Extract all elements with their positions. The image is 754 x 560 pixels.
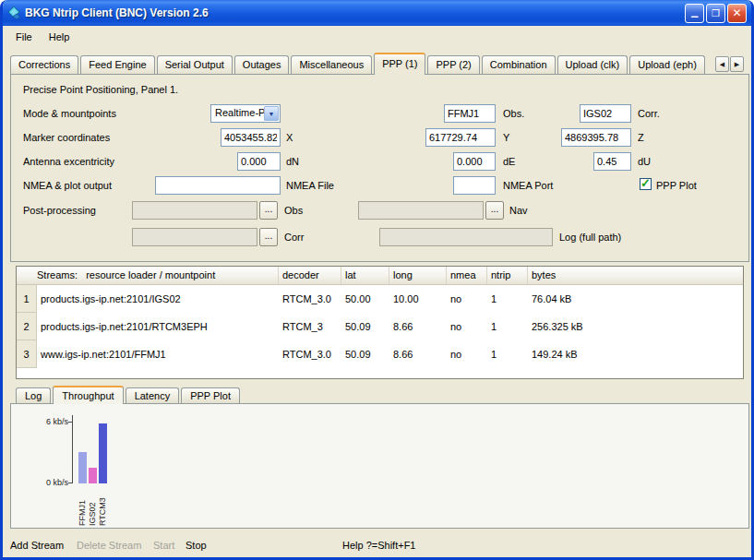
chart-category-label: FFMJ1 [78, 487, 87, 526]
tab-upload-clk[interactable]: Upload (clk) [557, 55, 628, 74]
window-title: BKG Ntrip Client (BNC) Version 2.6 [25, 6, 209, 19]
mode-combobox[interactable]: Realtime-PPP ▼ [210, 104, 281, 123]
antenna-de-label: dE [503, 156, 515, 167]
help-hint: Help ?=Shift+F1 [342, 540, 416, 551]
col-header-decoder[interactable]: decoder [279, 267, 341, 284]
tab-log[interactable]: Log [16, 387, 51, 403]
marker-x-field[interactable] [221, 128, 281, 147]
post-nav-browse-button[interactable]: ... [485, 201, 504, 220]
tab-serial-output[interactable]: Serial Output [157, 55, 233, 74]
col-header-mountpoint[interactable]: Streams: resource loader / mountpoint [17, 267, 279, 284]
cell-bytes: 256.325 kB [528, 321, 743, 332]
cell-lat: 50.09 [341, 321, 389, 332]
mode-mountpoints-label: Mode & mountpoints [23, 108, 116, 119]
tab-scroll-left-button[interactable]: ◀ [715, 56, 729, 72]
antenna-dn-field[interactable] [237, 152, 281, 171]
table-row[interactable]: 2 products.igs-ip.net:2101/RTCM3EPH RTCM… [17, 313, 743, 340]
nmea-file-label: NMEA File [286, 180, 334, 191]
cell-nmea: no [447, 321, 487, 332]
cell-bytes: 76.04 kB [528, 293, 743, 304]
tab-ppp-2[interactable]: PPP (2) [427, 55, 479, 74]
menu-file[interactable]: File [7, 29, 41, 45]
cell-mountpoint: products.igs-ip.net:2101/RTCM3EPH [37, 321, 279, 332]
close-button[interactable]: ✕ [727, 4, 747, 23]
obs-mountpoint-field[interactable] [444, 104, 496, 123]
row-number: 3 [17, 340, 37, 368]
tab-ppp-1[interactable]: PPP (1) [374, 53, 425, 75]
throughput-chart-bars [78, 416, 107, 483]
post-corr-browse-button[interactable]: ... [259, 228, 278, 246]
marker-y-field[interactable] [425, 128, 496, 147]
antenna-du-label: dU [638, 156, 651, 167]
col-header-nmea[interactable]: nmea [447, 267, 487, 284]
tab-corrections[interactable]: Corrections [10, 55, 78, 74]
col-header-lat[interactable]: lat [341, 267, 389, 284]
marker-y-label: Y [503, 132, 509, 143]
nmea-file-field[interactable] [155, 176, 281, 195]
marker-z-field[interactable] [561, 128, 631, 147]
table-row[interactable]: 3 www.igs-ip.net:2101/FFMJ1 RTCM_3.0 50.… [17, 340, 743, 368]
minimize-button[interactable]: − [685, 4, 704, 23]
ppp-plot-checkbox[interactable] [640, 178, 652, 190]
ppp-plot-label: PPP Plot [656, 180, 697, 191]
tab-feed-engine[interactable]: Feed Engine [80, 55, 154, 74]
titlebar[interactable]: BKG Ntrip Client (BNC) Version 2.6 − ❐ ✕ [0, 0, 754, 26]
cell-long: 8.66 [389, 349, 447, 360]
main-tabbar: Corrections Feed Engine Serial Output Ou… [10, 52, 744, 74]
app-icon [6, 6, 21, 20]
obs-label: Obs. [503, 108, 524, 119]
nmea-plot-output-label: NMEA & plot output [23, 180, 112, 191]
antenna-du-field[interactable] [593, 152, 631, 171]
menubar: File Help [3, 26, 751, 48]
streams-table: Streams: resource loader / mountpoint de… [16, 266, 744, 379]
cell-ntrip: 1 [487, 321, 528, 332]
post-obs-field [132, 201, 257, 220]
tab-throughput[interactable]: Throughput [53, 386, 123, 404]
maximize-button[interactable]: ❐ [706, 4, 725, 23]
tab-scroll-right-button[interactable]: ▶ [730, 56, 744, 72]
chevron-down-icon[interactable]: ▼ [264, 106, 279, 121]
add-stream-action[interactable]: Add Stream [10, 540, 64, 551]
tab-outages[interactable]: Outages [234, 55, 290, 74]
tab-miscellaneous[interactable]: Miscellaneous [291, 55, 372, 74]
nmea-port-field[interactable] [453, 176, 496, 195]
tab-upload-eph[interactable]: Upload (eph) [629, 55, 705, 74]
cell-lat: 50.09 [341, 349, 389, 360]
panel-heading: Precise Point Positioning, Panel 1. [23, 84, 178, 95]
row-number: 2 [17, 313, 37, 340]
post-log-field [379, 228, 553, 246]
col-header-ntrip[interactable]: ntrip [487, 267, 528, 284]
post-corr-label: Corr [284, 232, 304, 243]
cell-long: 10.00 [389, 293, 447, 304]
cell-decoder: RTCM_3.0 [279, 349, 341, 360]
cell-decoder: RTCM_3.0 [279, 293, 341, 304]
chart-bar-rtcm3 [99, 423, 107, 483]
tab-latency[interactable]: Latency [126, 387, 180, 403]
cell-bytes: 149.24 kB [528, 349, 743, 360]
chart-bar-ffmj1 [78, 452, 87, 483]
col-header-long[interactable]: long [389, 267, 447, 284]
menu-help[interactable]: Help [41, 29, 78, 45]
marker-coordinates-label: Marker coordinates [23, 132, 110, 143]
cell-nmea: no [447, 349, 487, 360]
throughput-chart-panel: 6 kb/s 0 kb/s FFMJ1IGS02RTCM3 [10, 403, 749, 529]
post-obs-browse-button[interactable]: ... [259, 201, 278, 220]
corr-mountpoint-field[interactable] [580, 104, 631, 123]
post-log-label: Log (full path) [559, 232, 621, 243]
stop-action[interactable]: Stop [186, 540, 207, 551]
marker-x-label: X [286, 132, 293, 143]
window-controls: − ❐ ✕ [685, 4, 754, 23]
antenna-de-field[interactable] [453, 152, 496, 171]
post-corr-field [132, 228, 257, 246]
tab-combination[interactable]: Combination [482, 55, 556, 74]
post-nav-field [358, 201, 484, 220]
cell-long: 8.66 [389, 321, 447, 332]
tab-ppp-plot[interactable]: PPP Plot [181, 387, 240, 403]
chart-bar-igs02 [89, 468, 97, 483]
col-header-bytes[interactable]: bytes [528, 267, 743, 284]
table-row[interactable]: 1 products.igs-ip.net:2101/IGS02 RTCM_3.… [17, 285, 743, 313]
minimize-icon: − [686, 5, 703, 29]
antenna-excentricity-label: Antenna excentricity [23, 156, 114, 167]
chart-ytick-label-0: 0 kb/s [33, 478, 68, 487]
corr-label: Corr. [638, 108, 660, 119]
